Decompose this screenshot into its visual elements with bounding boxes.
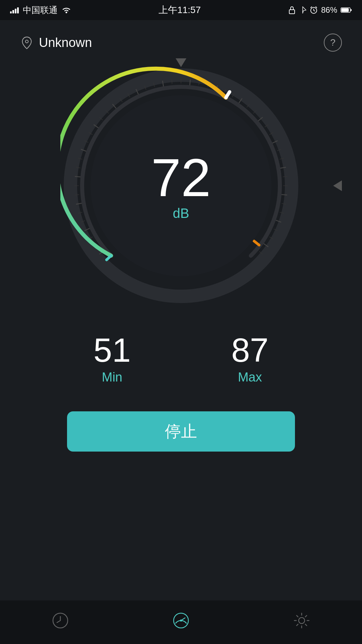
max-stat: 87 Max bbox=[231, 333, 268, 385]
gauge-container: 72 dB bbox=[0, 58, 362, 313]
min-value: 51 bbox=[94, 333, 131, 367]
bottom-nav bbox=[0, 600, 362, 644]
status-left: 中国联通 bbox=[10, 4, 71, 16]
svg-point-0 bbox=[66, 12, 67, 13]
history-icon bbox=[50, 610, 70, 631]
settings-icon bbox=[292, 610, 312, 631]
meter-icon bbox=[171, 610, 191, 631]
nav-item-settings[interactable] bbox=[292, 610, 312, 631]
location-pin-icon bbox=[20, 36, 34, 49]
status-right: 86% bbox=[288, 5, 352, 15]
svg-rect-1 bbox=[289, 10, 295, 14]
status-bar: 中国联通 上午11:57 86% bbox=[0, 0, 362, 20]
svg-point-6 bbox=[25, 40, 28, 43]
status-time: 上午11:57 bbox=[159, 4, 201, 16]
location-area: Unknown bbox=[20, 36, 92, 50]
battery-percent: 86% bbox=[321, 5, 337, 15]
min-label: Min bbox=[102, 370, 122, 385]
location-name: Unknown bbox=[39, 36, 92, 50]
help-button[interactable]: ? bbox=[324, 34, 342, 52]
signal-icon bbox=[10, 7, 19, 13]
svg-rect-5 bbox=[351, 9, 352, 11]
svg-point-65 bbox=[180, 620, 182, 622]
gauge-wrapper: 72 dB bbox=[60, 65, 302, 306]
alarm-icon bbox=[310, 6, 318, 14]
stop-button-wrapper: 停止 bbox=[0, 411, 362, 452]
location-arrow-icon bbox=[299, 6, 306, 14]
lock-icon bbox=[288, 6, 296, 14]
battery-icon bbox=[341, 7, 352, 13]
triangle-right-indicator bbox=[333, 180, 342, 191]
stats-section: 51 Min 87 Max bbox=[0, 313, 362, 411]
wifi-icon bbox=[62, 6, 71, 14]
max-value: 87 bbox=[231, 333, 268, 367]
carrier-name: 中国联通 bbox=[23, 4, 58, 16]
stop-button[interactable]: 停止 bbox=[67, 411, 295, 452]
gauge-unit-label: dB bbox=[173, 206, 189, 221]
nav-item-history[interactable] bbox=[50, 610, 70, 631]
header: Unknown ? bbox=[0, 20, 362, 58]
nav-item-meter[interactable] bbox=[171, 610, 191, 631]
min-stat: 51 Min bbox=[94, 333, 131, 385]
gauge-db-value: 72 bbox=[151, 151, 211, 204]
gauge-center-display: 72 dB bbox=[151, 151, 211, 221]
max-label: Max bbox=[238, 370, 262, 385]
help-icon: ? bbox=[330, 37, 336, 48]
svg-rect-4 bbox=[342, 8, 349, 12]
svg-point-66 bbox=[299, 618, 305, 624]
